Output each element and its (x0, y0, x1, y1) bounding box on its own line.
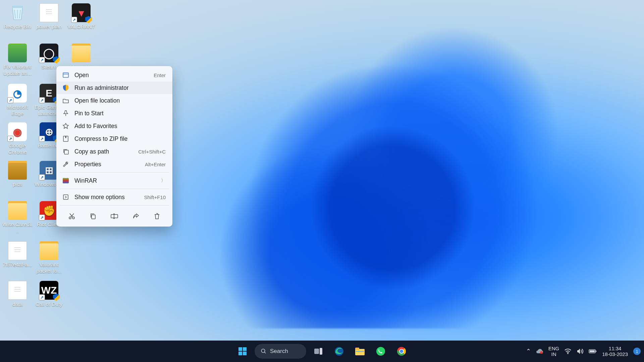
desktop-icon-pics[interactable]: pics (2, 161, 33, 187)
share-icon[interactable] (129, 210, 142, 222)
svg-rect-28 (314, 349, 319, 354)
pics-icon (8, 161, 27, 180)
taskbar-search[interactable]: Search (255, 344, 306, 359)
menu-item-run-admin[interactable]: Run as administrator (56, 81, 172, 94)
file-explorer-taskbar-icon[interactable] (351, 343, 369, 360)
menu-item-copy-path[interactable]: Copy as pathCtrl+Shift+C (56, 145, 172, 158)
context-menu: OpenEnterRun as administratorOpen file l… (56, 66, 172, 227)
shortcut-arrow-icon: ↗ (7, 97, 13, 103)
copy-icon[interactable] (87, 210, 99, 222)
svg-line-27 (264, 352, 266, 353)
taskbar-center: Search (234, 343, 410, 360)
lang-top: ENG (548, 346, 559, 351)
menu-label: Open (74, 72, 148, 79)
pin-icon (62, 110, 69, 117)
desktop-icon-valorant[interactable]: ▾↗VALORANT (66, 3, 97, 30)
more-icon (62, 194, 69, 200)
start-button[interactable] (234, 343, 251, 360)
menu-item-open[interactable]: OpenEnter (56, 69, 172, 81)
menu-label: Run as administrator (74, 84, 166, 92)
svg-rect-1 (44, 6, 54, 19)
search-label: Search (270, 348, 288, 355)
zip-icon (62, 135, 69, 142)
desktop-icon-data[interactable]: data (2, 281, 33, 307)
menu-item-zip[interactable]: Compress to ZIP file (56, 132, 172, 145)
desktop-icon-power-plan[interactable]: power plan (34, 3, 64, 30)
shortcut-arrow-icon: ↗ (39, 57, 45, 63)
icon-label: Wise.Care.3... (2, 221, 33, 234)
shortcut-arrow-icon: ↗ (39, 174, 45, 180)
icon-label: Google Chrome (2, 142, 33, 156)
menu-item-more[interactable]: Show more optionsShift+F10 (56, 191, 172, 203)
wifi-tray-icon[interactable] (565, 349, 571, 354)
menu-label: Compress to ZIP file (74, 135, 166, 142)
time-text: 11:34 (602, 346, 628, 351)
desktop-icon-hash-file[interactable]: 7f57e4af-a... (2, 241, 33, 268)
menu-item-pin-start[interactable]: Pin to Start (56, 107, 172, 120)
desktop-icon-wisecare[interactable]: Wise.Care.3... (2, 201, 33, 234)
battery-tray-icon[interactable] (589, 349, 597, 354)
menu-item-winrar[interactable]: WinRAR〉 (56, 174, 172, 187)
shortcut-arrow-icon: ↗ (39, 97, 45, 103)
task-view-button[interactable] (310, 343, 327, 360)
chrome-icon: ◉↗ (8, 122, 27, 141)
icon-label: Valorant packet lo... (34, 261, 64, 275)
svg-rect-25 (243, 352, 247, 355)
language-indicator[interactable]: ENG IN (548, 346, 559, 357)
lang-bottom: IN (548, 351, 559, 357)
svg-point-34 (376, 347, 385, 356)
menu-item-favorites[interactable]: Add to Favorites (56, 120, 172, 132)
menu-separator (60, 205, 169, 205)
shortcut-arrow-icon: ↗ (7, 136, 13, 142)
icon-label: Call of Duty (34, 301, 64, 307)
svg-rect-32 (355, 348, 359, 350)
desktop-icon-valorant-packet[interactable]: Valorant packet lo... (34, 241, 64, 275)
menu-separator (60, 172, 169, 173)
svg-rect-22 (238, 347, 242, 351)
svg-point-26 (261, 349, 265, 353)
copypath-icon (62, 148, 69, 155)
icon-label: power plan (34, 23, 64, 30)
battlenet-icon: ⊕↗ (40, 122, 58, 141)
notification-count: 1 (636, 349, 638, 354)
desktop-icon-recycle-bin[interactable]: Recycle Bin (2, 3, 33, 30)
cut-icon[interactable] (65, 210, 78, 222)
menu-label: Show more options (74, 194, 139, 201)
shortcut-arrow-icon: ↗ (71, 17, 77, 23)
onedrive-tray-icon[interactable] (536, 349, 543, 354)
volume-tray-icon[interactable] (577, 348, 583, 354)
hash-file-icon (8, 241, 27, 260)
icon-label: pics (2, 181, 33, 187)
whatsapp-taskbar-icon[interactable] (372, 343, 389, 360)
desktop-icon-edge[interactable]: ◔↗Microsoft Edge (2, 84, 33, 117)
desktop-icon-chrome[interactable]: ◉↗Google Chrome (2, 122, 33, 156)
delete-icon[interactable] (151, 210, 163, 222)
steam-icon: ◯↗ (40, 44, 58, 62)
edge-taskbar-icon[interactable] (330, 343, 348, 360)
icon-label: data (2, 301, 33, 307)
menu-accelerator: Ctrl+Shift+C (138, 149, 166, 155)
windows-iso-icon: ⊞↗ (40, 161, 58, 180)
data-icon (8, 281, 27, 300)
notification-badge[interactable]: 1 (633, 348, 641, 355)
desktop-icon-cod[interactable]: WZ↗Call of Duty (34, 281, 64, 307)
svg-rect-29 (320, 348, 322, 355)
icon-label: 7f57e4af-a... (2, 261, 33, 268)
winrar-icon (62, 177, 69, 184)
chrome-taskbar-icon[interactable] (393, 343, 410, 360)
menu-item-open-loc[interactable]: Open file location (56, 94, 172, 107)
menu-label: Open file location (74, 97, 166, 104)
desktop-icon-fix-valorant[interactable]: Fix Valorant Update an... (2, 44, 33, 77)
rename-icon[interactable] (108, 210, 121, 222)
wisecare-icon (8, 201, 27, 220)
menu-accelerator: Alt+Enter (145, 162, 166, 167)
tray-chevron-icon[interactable]: ⌃ (526, 348, 531, 355)
clock[interactable]: 11:34 18-03-2023 (602, 346, 628, 357)
svg-rect-0 (12, 6, 23, 8)
menu-item-properties[interactable]: PropertiesAlt+Enter (56, 158, 172, 171)
recycle-bin-icon (8, 3, 27, 22)
svg-rect-5 (12, 244, 22, 257)
svg-rect-23 (243, 347, 247, 351)
uac-shield-icon (85, 16, 92, 23)
edge-icon: ◔↗ (8, 84, 27, 103)
